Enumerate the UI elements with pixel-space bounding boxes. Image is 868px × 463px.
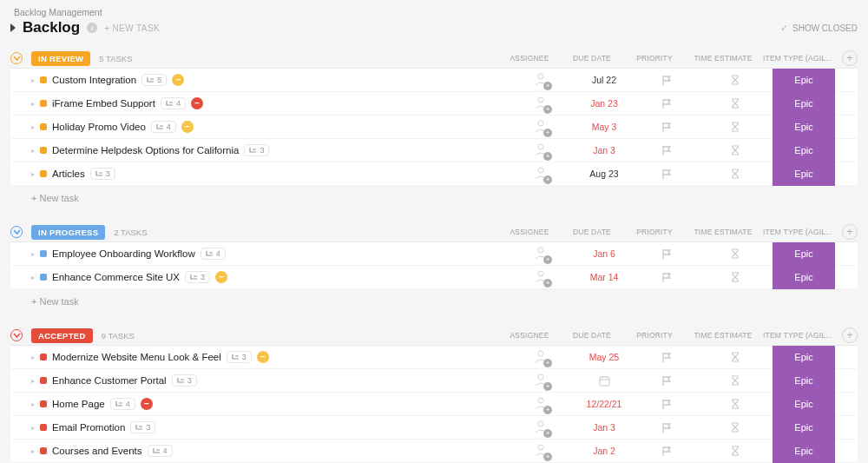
status-square-icon[interactable] [40,250,47,257]
assignee-cell[interactable]: + [510,142,573,159]
status-pill[interactable]: ACCEPTED [31,328,93,343]
add-column-button[interactable]: + [842,224,858,240]
new-task-row[interactable]: + New task [10,186,858,207]
task-name[interactable]: Enhance Commerce Site UX [52,272,180,282]
assignee-cell[interactable]: + [510,442,573,460]
assignee-cell[interactable]: + [510,118,573,136]
assignee-cell[interactable]: + [510,419,573,436]
add-assignee-icon[interactable]: + [543,175,552,184]
col-assignee[interactable]: ASSIGNEE [498,54,561,63]
add-column-button[interactable]: + [842,327,858,343]
due-date-cell[interactable]: May 25 [573,352,635,362]
task-name[interactable]: Home Page [52,399,105,409]
priority-cell[interactable] [635,248,698,259]
new-task-button[interactable]: + NEW TASK [104,23,160,33]
col-assignee[interactable]: ASSIGNEE [498,331,561,340]
col-time-estimate[interactable]: TIME ESTIMATE [686,331,760,340]
disclosure-icon[interactable] [10,23,16,32]
task-name[interactable]: Enhance Customer Portal [52,375,167,386]
status-square-icon[interactable] [40,377,47,384]
subtask-count-chip[interactable]: 3 [130,421,155,433]
time-estimate-cell[interactable] [698,145,773,155]
task-name[interactable]: Courses and Events [52,446,142,456]
time-estimate-cell[interactable] [698,446,773,456]
show-closed-toggle[interactable]: ✓ SHOW CLOSED [780,23,858,34]
expand-caret-icon[interactable]: ▸ [31,170,35,178]
item-type-cell[interactable]: Epic [773,440,835,463]
status-square-icon[interactable] [40,424,47,431]
due-date-cell[interactable]: Jan 23 [573,98,635,109]
status-badge[interactable]: – [172,74,184,86]
col-priority[interactable]: PRIORITY [623,54,686,63]
expand-caret-icon[interactable]: ▸ [31,123,35,131]
collapse-toggle[interactable] [10,52,23,64]
assignee-cell[interactable]: + [510,165,573,182]
expand-caret-icon[interactable]: ▸ [31,100,35,108]
item-type-cell[interactable]: Epic [773,69,835,92]
task-row[interactable]: ▸Custom Integration5–+Jul 22Epic [10,69,858,92]
add-assignee-icon[interactable]: + [543,152,552,161]
col-due-date[interactable]: DUE DATE [561,54,623,63]
task-name[interactable]: Employee Onboarding Workflow [52,248,195,259]
priority-cell[interactable] [635,375,698,386]
task-row[interactable]: ▸Articles3+Aug 23Epic [10,162,858,186]
priority-cell[interactable] [635,422,698,433]
due-date-cell[interactable]: Jan 6 [573,248,635,259]
status-square-icon[interactable] [40,170,47,177]
item-type-cell[interactable]: Epic [773,92,835,116]
priority-cell[interactable] [635,399,698,409]
info-icon[interactable]: i [87,23,97,33]
col-time-estimate[interactable]: TIME ESTIMATE [686,54,760,63]
task-row[interactable]: ▸Home Page4–+12/22/21Epic [10,393,858,416]
col-assignee[interactable]: ASSIGNEE [498,228,561,236]
expand-caret-icon[interactable]: ▸ [31,354,35,361]
due-date-cell[interactable]: 12/22/21 [573,399,635,409]
status-square-icon[interactable] [40,354,47,360]
col-time-estimate[interactable]: TIME ESTIMATE [686,228,760,236]
task-row[interactable]: ▸Determine Helpdesk Options for Californ… [10,139,858,162]
task-name[interactable]: Custom Integration [52,75,136,85]
col-due-date[interactable]: DUE DATE [561,228,623,236]
priority-cell[interactable] [635,272,698,282]
task-name[interactable]: Email Promotion [52,422,125,433]
item-type-cell[interactable]: Epic [773,393,835,416]
collapse-toggle[interactable] [10,329,23,341]
col-priority[interactable]: PRIORITY [623,228,686,236]
time-estimate-cell[interactable] [698,122,773,132]
due-date-cell[interactable]: Mar 14 [573,272,635,282]
add-column-button[interactable]: + [842,50,858,66]
item-type-cell[interactable]: Epic [773,416,835,440]
status-square-icon[interactable] [40,147,47,154]
subtask-count-chip[interactable]: 3 [90,168,115,180]
expand-caret-icon[interactable]: ▸ [31,377,35,385]
task-name[interactable]: Holiday Promo Video [52,122,146,132]
assignee-cell[interactable]: + [510,372,573,389]
assignee-cell[interactable]: + [510,95,573,112]
status-square-icon[interactable] [40,400,47,407]
add-assignee-icon[interactable]: + [543,453,552,461]
status-badge[interactable]: – [215,271,227,283]
time-estimate-cell[interactable] [698,98,773,109]
task-name[interactable]: Modernize Website Menu Look & Feel [52,352,221,362]
col-due-date[interactable]: DUE DATE [561,331,623,340]
status-square-icon[interactable] [40,274,47,281]
due-date-cell[interactable]: Jul 22 [573,75,635,85]
status-square-icon[interactable] [40,100,47,107]
item-type-cell[interactable]: Epic [773,369,835,393]
collapse-toggle[interactable] [10,226,23,238]
expand-caret-icon[interactable]: ▸ [31,274,35,281]
subtask-count-chip[interactable]: 4 [151,121,176,133]
status-badge[interactable]: – [181,121,194,133]
item-type-cell[interactable]: Epic [773,242,835,266]
expand-caret-icon[interactable]: ▸ [31,147,35,155]
add-assignee-icon[interactable]: + [543,382,552,391]
subtask-count-chip[interactable]: 3 [244,144,269,156]
subtask-count-chip[interactable]: 4 [201,248,226,260]
time-estimate-cell[interactable] [698,248,773,259]
priority-cell[interactable] [635,98,698,109]
status-pill[interactable]: IN REVIEW [31,51,90,66]
status-square-icon[interactable] [40,123,47,130]
add-assignee-icon[interactable]: + [543,406,552,414]
add-assignee-icon[interactable]: + [543,105,552,114]
expand-caret-icon[interactable]: ▸ [31,76,35,84]
